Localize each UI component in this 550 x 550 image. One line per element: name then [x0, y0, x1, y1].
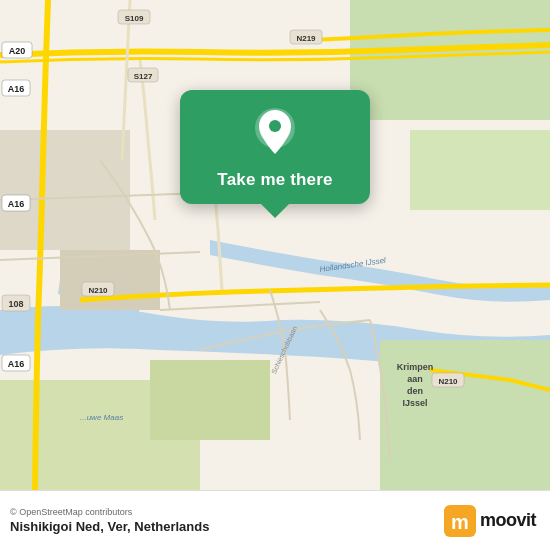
svg-text:N210: N210 [438, 377, 458, 386]
map-area[interactable]: A20 S109 N219 A16 S127 S5 A16 108 N210 A… [0, 0, 550, 490]
svg-text:A16: A16 [8, 84, 25, 94]
svg-rect-3 [0, 130, 130, 250]
bottom-bar: © OpenStreetMap contributors Nishikigoi … [0, 490, 550, 550]
svg-text:aan: aan [407, 374, 423, 384]
svg-text:S127: S127 [134, 72, 153, 81]
svg-text:A16: A16 [8, 359, 25, 369]
moovit-icon: m [444, 505, 476, 537]
svg-rect-1 [350, 0, 550, 120]
location-pin-icon [253, 108, 297, 160]
moovit-text: moovit [480, 510, 536, 531]
svg-rect-7 [150, 360, 270, 440]
svg-text:108: 108 [8, 299, 23, 309]
svg-text:N210: N210 [88, 286, 108, 295]
popup-card[interactable]: Take me there [180, 90, 370, 204]
svg-rect-2 [410, 130, 550, 210]
svg-rect-4 [60, 250, 160, 310]
bottom-left: © OpenStreetMap contributors Nishikigoi … [10, 507, 209, 534]
svg-text:Krimpen: Krimpen [397, 362, 434, 372]
svg-point-39 [269, 120, 281, 132]
svg-text:A20: A20 [9, 46, 26, 56]
popup-label: Take me there [217, 170, 332, 190]
moovit-logo: m moovit [444, 505, 536, 537]
place-name: Nishikigoi Ned, Ver, Netherlands [10, 519, 209, 534]
svg-text:A16: A16 [8, 199, 25, 209]
map-attribution: © OpenStreetMap contributors [10, 507, 209, 517]
svg-text:...uwe Maas: ...uwe Maas [80, 413, 123, 422]
svg-text:S109: S109 [125, 14, 144, 23]
svg-text:N219: N219 [296, 34, 316, 43]
svg-text:den: den [407, 386, 423, 396]
svg-text:m: m [451, 511, 469, 533]
svg-text:IJssel: IJssel [402, 398, 427, 408]
